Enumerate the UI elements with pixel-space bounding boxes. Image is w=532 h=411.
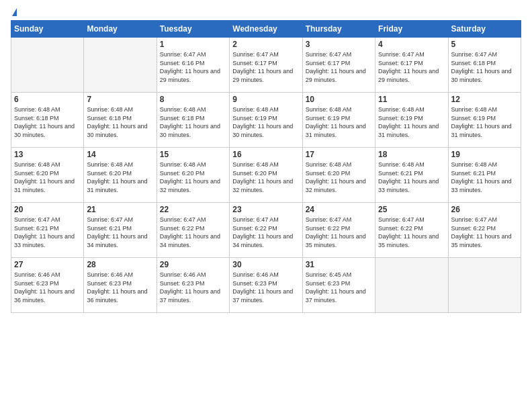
day-info: Sunrise: 6:47 AM Sunset: 6:22 PM Dayligh… [306, 216, 372, 249]
calendar-cell: 31Sunrise: 6:45 AM Sunset: 6:23 PM Dayli… [302, 258, 375, 313]
header-day-friday: Friday [375, 21, 448, 38]
day-info: Sunrise: 6:47 AM Sunset: 6:22 PM Dayligh… [232, 216, 299, 249]
day-number: 21 [87, 205, 153, 214]
day-info: Sunrise: 6:47 AM Sunset: 6:17 PM Dayligh… [378, 50, 445, 84]
calendar-cell: 27Sunrise: 6:46 AM Sunset: 6:23 PM Dayli… [11, 258, 84, 313]
calendar-cell: 13Sunrise: 6:48 AM Sunset: 6:20 PM Dayli… [11, 148, 84, 203]
day-number: 26 [451, 205, 518, 214]
day-info: Sunrise: 6:47 AM Sunset: 6:17 PM Dayligh… [232, 50, 299, 84]
day-info: Sunrise: 6:46 AM Sunset: 6:23 PM Dayligh… [87, 271, 153, 304]
day-number: 20 [14, 205, 81, 214]
header-row-days: SundayMondayTuesdayWednesdayThursdayFrid… [11, 21, 521, 38]
calendar-cell [448, 258, 521, 313]
day-info: Sunrise: 6:48 AM Sunset: 6:20 PM Dayligh… [14, 161, 81, 194]
day-number: 30 [232, 260, 299, 269]
calendar-cell [84, 38, 157, 93]
calendar-cell: 21Sunrise: 6:47 AM Sunset: 6:21 PM Dayli… [84, 203, 157, 258]
calendar-cell: 14Sunrise: 6:48 AM Sunset: 6:20 PM Dayli… [84, 148, 157, 203]
day-info: Sunrise: 6:47 AM Sunset: 6:18 PM Dayligh… [451, 50, 518, 84]
calendar-cell: 2Sunrise: 6:47 AM Sunset: 6:17 PM Daylig… [230, 38, 302, 93]
calendar-cell: 9Sunrise: 6:48 AM Sunset: 6:19 PM Daylig… [230, 93, 302, 148]
calendar-cell: 23Sunrise: 6:47 AM Sunset: 6:22 PM Dayli… [230, 203, 302, 258]
day-info: Sunrise: 6:48 AM Sunset: 6:18 PM Dayligh… [87, 105, 153, 139]
day-number: 11 [378, 95, 445, 104]
day-info: Sunrise: 6:48 AM Sunset: 6:18 PM Dayligh… [14, 105, 81, 139]
calendar-cell [375, 258, 448, 313]
day-number: 2 [232, 40, 299, 49]
week-row-2: 6Sunrise: 6:48 AM Sunset: 6:18 PM Daylig… [11, 93, 521, 148]
header-day-thursday: Thursday [302, 21, 375, 38]
week-row-1: 1Sunrise: 6:47 AM Sunset: 6:16 PM Daylig… [11, 38, 521, 93]
calendar-cell: 8Sunrise: 6:48 AM Sunset: 6:18 PM Daylig… [157, 93, 229, 148]
calendar-cell: 24Sunrise: 6:47 AM Sunset: 6:22 PM Dayli… [302, 203, 375, 258]
calendar-cell: 18Sunrise: 6:48 AM Sunset: 6:21 PM Dayli… [375, 148, 448, 203]
day-info: Sunrise: 6:48 AM Sunset: 6:18 PM Dayligh… [160, 105, 226, 139]
day-number: 27 [14, 260, 81, 269]
day-info: Sunrise: 6:48 AM Sunset: 6:21 PM Dayligh… [451, 161, 518, 194]
calendar-cell: 25Sunrise: 6:47 AM Sunset: 6:22 PM Dayli… [375, 203, 448, 258]
calendar-cell: 7Sunrise: 6:48 AM Sunset: 6:18 PM Daylig… [84, 93, 157, 148]
day-info: Sunrise: 6:47 AM Sunset: 6:16 PM Dayligh… [160, 50, 226, 84]
day-number: 24 [306, 205, 372, 214]
header-day-saturday: Saturday [448, 21, 521, 38]
day-number: 25 [378, 205, 445, 214]
day-number: 23 [232, 205, 299, 214]
day-number: 4 [378, 40, 445, 49]
calendar-cell: 6Sunrise: 6:48 AM Sunset: 6:18 PM Daylig… [11, 93, 84, 148]
day-info: Sunrise: 6:47 AM Sunset: 6:21 PM Dayligh… [87, 216, 153, 249]
day-number: 17 [306, 150, 372, 159]
calendar-cell: 16Sunrise: 6:48 AM Sunset: 6:20 PM Dayli… [230, 148, 302, 203]
header-day-tuesday: Tuesday [157, 21, 229, 38]
day-info: Sunrise: 6:46 AM Sunset: 6:23 PM Dayligh… [14, 271, 81, 304]
day-number: 18 [378, 150, 445, 159]
day-number: 22 [160, 205, 226, 214]
header-day-monday: Monday [84, 21, 157, 38]
day-number: 16 [232, 150, 299, 159]
day-number: 28 [87, 260, 153, 269]
day-info: Sunrise: 6:47 AM Sunset: 6:22 PM Dayligh… [451, 216, 518, 249]
header-day-wednesday: Wednesday [230, 21, 302, 38]
calendar-cell: 26Sunrise: 6:47 AM Sunset: 6:22 PM Dayli… [448, 203, 521, 258]
calendar-cell: 1Sunrise: 6:47 AM Sunset: 6:16 PM Daylig… [157, 38, 229, 93]
calendar-cell: 11Sunrise: 6:48 AM Sunset: 6:19 PM Dayli… [375, 93, 448, 148]
day-info: Sunrise: 6:48 AM Sunset: 6:19 PM Dayligh… [451, 105, 518, 139]
calendar-cell: 5Sunrise: 6:47 AM Sunset: 6:18 PM Daylig… [448, 38, 521, 93]
day-number: 1 [160, 40, 226, 49]
day-info: Sunrise: 6:47 AM Sunset: 6:22 PM Dayligh… [378, 216, 445, 249]
day-number: 15 [160, 150, 226, 159]
day-info: Sunrise: 6:48 AM Sunset: 6:19 PM Dayligh… [306, 105, 372, 139]
day-number: 5 [451, 40, 518, 49]
week-row-5: 27Sunrise: 6:46 AM Sunset: 6:23 PM Dayli… [11, 258, 521, 313]
day-info: Sunrise: 6:47 AM Sunset: 6:22 PM Dayligh… [160, 216, 226, 249]
day-number: 13 [14, 150, 81, 159]
day-info: Sunrise: 6:48 AM Sunset: 6:19 PM Dayligh… [232, 105, 299, 139]
logo [11, 8, 17, 16]
day-info: Sunrise: 6:48 AM Sunset: 6:19 PM Dayligh… [378, 105, 445, 139]
calendar-cell: 15Sunrise: 6:48 AM Sunset: 6:20 PM Dayli… [157, 148, 229, 203]
calendar-cell [11, 38, 84, 93]
logo-triangle-icon [12, 8, 17, 16]
calendar-cell: 19Sunrise: 6:48 AM Sunset: 6:21 PM Dayli… [448, 148, 521, 203]
day-info: Sunrise: 6:46 AM Sunset: 6:23 PM Dayligh… [160, 271, 226, 304]
day-info: Sunrise: 6:48 AM Sunset: 6:20 PM Dayligh… [232, 161, 299, 194]
calendar-cell: 20Sunrise: 6:47 AM Sunset: 6:21 PM Dayli… [11, 203, 84, 258]
calendar-cell: 22Sunrise: 6:47 AM Sunset: 6:22 PM Dayli… [157, 203, 229, 258]
day-info: Sunrise: 6:47 AM Sunset: 6:21 PM Dayligh… [14, 216, 81, 249]
header-day-sunday: Sunday [11, 21, 84, 38]
day-info: Sunrise: 6:48 AM Sunset: 6:21 PM Dayligh… [378, 161, 445, 194]
day-number: 6 [14, 95, 81, 104]
day-info: Sunrise: 6:48 AM Sunset: 6:20 PM Dayligh… [306, 161, 372, 194]
day-number: 9 [232, 95, 299, 104]
calendar-cell: 28Sunrise: 6:46 AM Sunset: 6:23 PM Dayli… [84, 258, 157, 313]
day-number: 7 [87, 95, 153, 104]
day-number: 31 [306, 260, 372, 269]
day-info: Sunrise: 6:48 AM Sunset: 6:20 PM Dayligh… [87, 161, 153, 194]
day-number: 12 [451, 95, 518, 104]
calendar-cell: 3Sunrise: 6:47 AM Sunset: 6:17 PM Daylig… [302, 38, 375, 93]
calendar-table: SundayMondayTuesdayWednesdayThursdayFrid… [11, 20, 521, 313]
page: SundayMondayTuesdayWednesdayThursdayFrid… [0, 0, 532, 320]
calendar-cell: 10Sunrise: 6:48 AM Sunset: 6:19 PM Dayli… [302, 93, 375, 148]
day-number: 14 [87, 150, 153, 159]
calendar-cell: 12Sunrise: 6:48 AM Sunset: 6:19 PM Dayli… [448, 93, 521, 148]
day-number: 29 [160, 260, 226, 269]
